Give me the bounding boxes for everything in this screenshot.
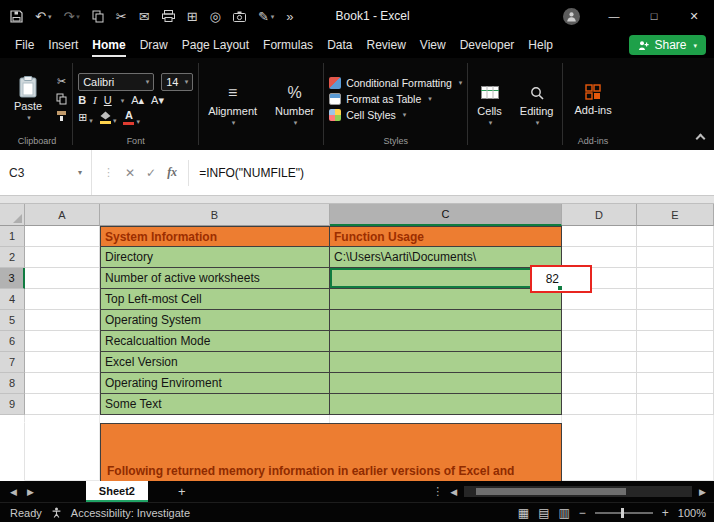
account-avatar[interactable] bbox=[563, 8, 580, 25]
cell-C1[interactable]: Function Usage bbox=[330, 226, 562, 247]
cell-E11[interactable] bbox=[637, 423, 714, 481]
cell-E1[interactable] bbox=[637, 226, 714, 247]
cell-D6[interactable] bbox=[562, 331, 637, 352]
scroll-left-button[interactable]: ◀ bbox=[450, 487, 457, 497]
row-header-9[interactable]: 9 bbox=[0, 394, 25, 415]
zoom-slider-thumb[interactable] bbox=[621, 508, 624, 518]
enter-button[interactable]: ✓ bbox=[146, 166, 156, 180]
cells-group-button[interactable]: Cells ▾ bbox=[468, 58, 510, 150]
tab-data[interactable]: Data bbox=[320, 33, 359, 57]
row-header-3[interactable]: 3 bbox=[0, 268, 25, 289]
tab-review[interactable]: Review bbox=[359, 33, 412, 57]
cut-button[interactable]: ✂ bbox=[116, 10, 127, 23]
tab-file[interactable]: File bbox=[8, 33, 41, 57]
decrease-font-button[interactable]: A▾ bbox=[151, 94, 164, 107]
cell-D5[interactable] bbox=[562, 310, 637, 331]
cell-E7[interactable] bbox=[637, 352, 714, 373]
cell-A10[interactable] bbox=[25, 415, 100, 423]
note-merged-cell[interactable]: Following returned memory information in… bbox=[100, 423, 562, 481]
row-header-1[interactable]: 1 bbox=[0, 226, 25, 247]
zoom-out-button[interactable]: − bbox=[579, 506, 586, 520]
format-as-table-button[interactable]: Format as Table ▾ bbox=[329, 93, 462, 105]
tab-draw[interactable]: Draw bbox=[133, 33, 175, 57]
cell-A5[interactable] bbox=[25, 310, 100, 331]
cell-C4[interactable] bbox=[330, 289, 562, 310]
font-size-select[interactable]: 14 ▾ bbox=[161, 73, 193, 91]
fill-handle[interactable] bbox=[557, 285, 563, 291]
cell-B10[interactable] bbox=[100, 415, 330, 423]
number-group-button[interactable]: % Number ▾ bbox=[266, 58, 323, 150]
cell-styles-button[interactable]: Cell Styles ▾ bbox=[329, 109, 462, 121]
scroll-right-button[interactable]: ▶ bbox=[699, 487, 706, 497]
cell-B6[interactable]: Recalcualtion Mode bbox=[100, 331, 330, 352]
cell-B7[interactable]: Excel Version bbox=[100, 352, 330, 373]
cell-B8[interactable]: Operating Enviroment bbox=[100, 373, 330, 394]
cell-C3-active[interactable] bbox=[330, 268, 562, 289]
new-sheet-button[interactable]: + bbox=[178, 484, 186, 499]
cell-E10[interactable] bbox=[637, 415, 714, 423]
addins-button[interactable]: Add-ins bbox=[568, 82, 617, 116]
column-header-C[interactable]: C bbox=[330, 204, 562, 226]
formula-input[interactable]: =INFO("NUMFILE") bbox=[189, 166, 304, 180]
cell-C8[interactable] bbox=[330, 373, 562, 394]
record-button[interactable]: ◎ bbox=[210, 10, 221, 23]
select-all-button[interactable] bbox=[0, 204, 25, 226]
tab-developer[interactable]: Developer bbox=[453, 33, 522, 57]
cell-C7[interactable] bbox=[330, 352, 562, 373]
cell-D11[interactable] bbox=[562, 423, 637, 481]
tab-formulas[interactable]: Formulas bbox=[256, 33, 320, 57]
italic-button[interactable]: I bbox=[93, 94, 97, 106]
cell-C6[interactable] bbox=[330, 331, 562, 352]
cell-A8[interactable] bbox=[25, 373, 100, 394]
cell-A9[interactable] bbox=[25, 394, 100, 415]
draw-pen-button[interactable]: ✎ ▾ bbox=[258, 10, 274, 23]
cell-E4[interactable] bbox=[637, 289, 714, 310]
copy-button[interactable] bbox=[56, 93, 67, 105]
increase-font-button[interactable]: A▴ bbox=[131, 94, 144, 107]
copy-button[interactable] bbox=[92, 10, 104, 23]
cell-B3[interactable]: Number of active worksheets bbox=[100, 268, 330, 289]
cell-A2[interactable] bbox=[25, 247, 100, 268]
alignment-group-button[interactable]: ≡ Alignment ▾ bbox=[199, 58, 266, 150]
scrollbar-thumb[interactable] bbox=[476, 488, 626, 495]
cell-A11[interactable] bbox=[25, 423, 100, 481]
cell-C9[interactable] bbox=[330, 394, 562, 415]
page-break-view-button[interactable]: ▥ bbox=[558, 506, 569, 520]
row-header-6[interactable]: 6 bbox=[0, 331, 25, 352]
normal-view-button[interactable]: ▦ bbox=[518, 506, 529, 520]
fill-color-button[interactable]: ▾ bbox=[100, 111, 117, 124]
cell-D10[interactable] bbox=[562, 415, 637, 423]
cell-C10[interactable] bbox=[330, 415, 562, 423]
column-header-A[interactable]: A bbox=[25, 204, 100, 226]
redo-button[interactable]: ↷ ▾ bbox=[63, 10, 79, 23]
tab-help[interactable]: Help bbox=[521, 33, 560, 57]
cell-C5[interactable] bbox=[330, 310, 562, 331]
row-header-11[interactable] bbox=[0, 423, 25, 481]
cell-B1[interactable]: System Information bbox=[100, 226, 330, 247]
cell-A1[interactable] bbox=[25, 226, 100, 247]
cell-A6[interactable] bbox=[25, 331, 100, 352]
bold-button[interactable]: B bbox=[78, 94, 86, 106]
more-options-icon[interactable]: ⋮ bbox=[432, 485, 443, 498]
cell-A3[interactable] bbox=[25, 268, 100, 289]
cell-C2[interactable]: C:\Users\Aarti\Documents\ bbox=[330, 247, 562, 268]
cell-A7[interactable] bbox=[25, 352, 100, 373]
close-button[interactable]: ✕ bbox=[674, 0, 714, 32]
format-painter-button[interactable] bbox=[56, 110, 67, 122]
cell-B2[interactable]: Directory bbox=[100, 247, 330, 268]
save-button[interactable] bbox=[10, 10, 23, 23]
row-header-5[interactable]: 5 bbox=[0, 310, 25, 331]
editing-group-button[interactable]: Editing ▾ bbox=[511, 58, 563, 150]
maximize-button[interactable]: □ bbox=[634, 0, 674, 32]
cell-B9[interactable]: Some Text bbox=[100, 394, 330, 415]
insert-table-button[interactable]: ⊞ bbox=[187, 10, 198, 23]
accessibility-status[interactable]: Accessibility: Investigate bbox=[71, 507, 190, 519]
cell-D9[interactable] bbox=[562, 394, 637, 415]
share-button[interactable]: Share ▾ bbox=[629, 35, 706, 55]
column-header-B[interactable]: B bbox=[100, 204, 330, 226]
column-header-D[interactable]: D bbox=[562, 204, 637, 226]
conditional-formatting-button[interactable]: Conditional Formatting ▾ bbox=[329, 77, 462, 89]
next-sheet-button[interactable]: ▶ bbox=[27, 487, 34, 497]
cell-D7[interactable] bbox=[562, 352, 637, 373]
collapse-ribbon-button[interactable] bbox=[696, 134, 706, 144]
